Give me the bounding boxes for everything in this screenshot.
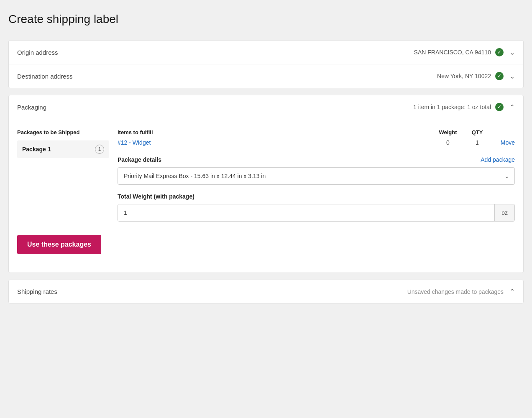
total-weight-input-wrapper: oz	[118, 204, 515, 222]
package-type-display: Priority Mail Express Box - 15.63 in x 1…	[118, 168, 514, 184]
package-1-item[interactable]: Package 1 1	[17, 140, 109, 158]
th-items-to-fulfill: Items to fulfill	[118, 129, 431, 135]
origin-address-card: Origin address SAN FRANCISCO, CA 94110 ✓…	[8, 40, 524, 88]
package-1-badge: 1	[95, 145, 104, 154]
shipping-rates-chevron-icon: ⌃	[509, 288, 515, 296]
packaging-columns: Packages to be Shipped Package 1 1 Items…	[17, 129, 515, 222]
items-details-column: Items to fulfill Weight QTY #12 - Widget…	[109, 129, 515, 222]
destination-chevron-icon: ⌄	[509, 72, 515, 80]
item-row-0: #12 - Widget 0 1 Move	[118, 139, 515, 146]
packaging-header-row[interactable]: Packaging 1 item in 1 package: 1 oz tota…	[9, 95, 523, 119]
th-qty: QTY	[465, 129, 490, 135]
total-weight-label: Total Weight (with package)	[118, 193, 515, 200]
item-action-cell: Move	[490, 139, 515, 146]
packaging-chevron-icon: ⌃	[509, 103, 515, 111]
origin-verified-icon: ✓	[495, 48, 504, 56]
packaging-verified-icon: ✓	[495, 103, 504, 111]
packaging-section: Packaging 1 item in 1 package: 1 oz tota…	[8, 95, 524, 273]
package-details-section: Package details Add package Priority Mai…	[118, 156, 515, 222]
destination-address-label: Destination address	[17, 73, 73, 80]
origin-address-value: SAN FRANCISCO, CA 94110	[414, 49, 491, 56]
packaging-body: Packages to be Shipped Package 1 1 Items…	[9, 119, 523, 232]
total-weight-input[interactable]	[118, 204, 494, 221]
packaging-label: Packaging	[17, 104, 46, 111]
packages-column: Packages to be Shipped Package 1 1	[17, 129, 109, 222]
destination-address-value: New York, NY 10022	[437, 73, 491, 79]
package-type-select[interactable]: Priority Mail Express Box - 15.63 in x 1…	[118, 167, 515, 185]
packaging-header-right: 1 item in 1 package: 1 oz total ✓ ⌃	[413, 103, 515, 111]
package-details-label: Package details	[118, 156, 161, 163]
package-details-header: Package details Add package	[118, 156, 515, 163]
origin-address-right: SAN FRANCISCO, CA 94110 ✓ ⌄	[414, 48, 515, 56]
destination-address-right: New York, NY 10022 ✓ ⌄	[437, 72, 515, 80]
items-table-header: Items to fulfill Weight QTY	[118, 129, 515, 135]
move-item-link[interactable]: Move	[501, 139, 515, 146]
th-weight: Weight	[431, 129, 465, 135]
packaging-summary: 1 item in 1 package: 1 oz total	[413, 104, 491, 110]
page-title: Create shipping label	[8, 8, 524, 30]
unsaved-changes-text: Unsaved changes made to packages	[407, 288, 504, 295]
origin-address-label: Origin address	[17, 49, 58, 56]
package-select-chevron-icon: ⌄	[504, 173, 509, 179]
item-qty-cell: 1	[465, 139, 490, 146]
shipping-rates-label: Shipping rates	[17, 288, 57, 295]
item-weight-cell: 0	[431, 139, 465, 146]
item-link-widget[interactable]: #12 - Widget	[118, 139, 151, 146]
packages-column-header: Packages to be Shipped	[17, 129, 109, 135]
use-packages-button[interactable]: Use these packages	[17, 235, 101, 254]
destination-address-row[interactable]: Destination address New York, NY 10022 ✓…	[9, 64, 523, 88]
add-package-link[interactable]: Add package	[481, 156, 515, 163]
shipping-rates-header-row[interactable]: Shipping rates Unsaved changes made to p…	[9, 280, 523, 303]
item-name-cell: #12 - Widget	[118, 139, 431, 146]
origin-chevron-icon: ⌄	[509, 48, 515, 56]
origin-address-row[interactable]: Origin address SAN FRANCISCO, CA 94110 ✓…	[9, 41, 523, 64]
destination-verified-icon: ✓	[495, 72, 504, 80]
weight-unit-label: oz	[494, 204, 514, 221]
shipping-rates-section: Shipping rates Unsaved changes made to p…	[8, 280, 524, 303]
shipping-rates-right: Unsaved changes made to packages ⌃	[407, 288, 515, 296]
package-1-label: Package 1	[22, 146, 51, 153]
packaging-footer: Use these packages	[9, 232, 523, 273]
